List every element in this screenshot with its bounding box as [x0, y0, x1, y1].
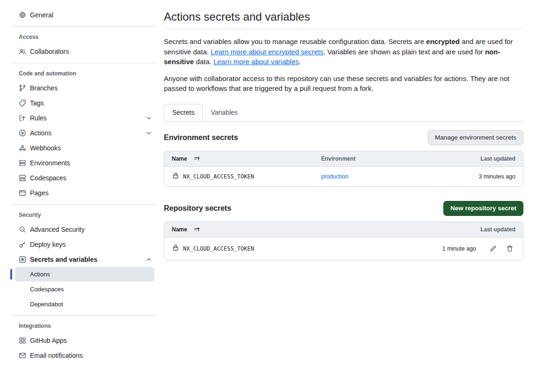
- page-title: Actions secrets and variables: [164, 10, 523, 23]
- chevron-down-icon: [145, 129, 153, 137]
- sidebar-subitem-label: Codespaces: [30, 286, 64, 293]
- sidebar-item-rules[interactable]: Rules: [11, 111, 156, 126]
- repository-secrets-heading: Repository secrets: [164, 204, 231, 213]
- learn-more-variables-link[interactable]: Learn more about variables: [213, 58, 299, 66]
- intro-text: .: [299, 58, 301, 66]
- sidebar-item-label: GitHub Apps: [30, 337, 67, 344]
- sidebar-divider: [11, 26, 156, 27]
- sidebar-item-email-notifications[interactable]: Email notifications: [11, 348, 156, 363]
- sidebar-section-security: Security: [19, 211, 156, 219]
- tab-variables[interactable]: Variables: [203, 104, 245, 121]
- sidebar-section-code-automation: Code and automation: [19, 69, 156, 78]
- sidebar-item-codespaces[interactable]: Codespaces: [11, 170, 156, 185]
- sidebar-item-environments[interactable]: Environments: [11, 155, 156, 170]
- sidebar-item-label: Secrets and variables: [30, 256, 97, 263]
- manage-environment-secrets-button[interactable]: Manage environment secrets: [428, 130, 523, 145]
- chevron-down-icon: [145, 114, 153, 122]
- sidebar-item-general[interactable]: General: [11, 7, 156, 22]
- table-row: NX_CLOUD_ACCESS_TOKEN 1 minute ago: [164, 237, 523, 260]
- secret-name: NX_CLOUD_ACCESS_TOKEN: [183, 245, 254, 252]
- play-icon: [19, 129, 26, 137]
- git-branch-icon: [19, 84, 26, 92]
- sidebar-subitem-label: Dependabot: [30, 301, 63, 308]
- column-header-name[interactable]: Name: [164, 226, 480, 233]
- settings-sidebar: General Access Collaborators Code and au…: [0, 0, 164, 363]
- key-icon: [19, 241, 26, 248]
- sidebar-item-label: Rules: [30, 114, 47, 122]
- environment-secrets-heading: Environment secrets: [164, 133, 238, 142]
- sidebar-item-label: Collaborators: [30, 48, 69, 55]
- sidebar-item-label: Codespaces: [30, 174, 66, 182]
- tab-secrets[interactable]: Secrets: [164, 104, 203, 121]
- environment-secrets-table: Name Environment Last updated: [164, 151, 523, 187]
- grid-icon: [19, 337, 26, 344]
- sidebar-item-label: Branches: [30, 84, 58, 92]
- sidebar-item-advanced-security[interactable]: Advanced Security: [11, 222, 156, 237]
- sidebar-subitem-actions[interactable]: Actions: [15, 267, 154, 281]
- column-header-environment: Environment: [321, 155, 480, 162]
- sidebar-subitem-label: Actions: [30, 271, 50, 278]
- browser-icon: [19, 189, 26, 197]
- intro-paragraph-2: Anyone with collaborator access to this …: [164, 74, 523, 94]
- table-row: NX_CLOUD_ACCESS_TOKEN production 3 minut…: [164, 167, 523, 186]
- sidebar-item-label: Email notifications: [30, 352, 83, 359]
- sidebar-item-webhooks[interactable]: Webhooks: [11, 141, 156, 155]
- sidebar-item-actions[interactable]: Actions: [11, 126, 156, 141]
- sidebar-item-collaborators[interactable]: Collaborators: [11, 44, 156, 59]
- new-repository-secret-button[interactable]: New repository secret: [443, 201, 523, 216]
- last-updated: 3 minutes ago: [478, 173, 523, 180]
- lock-icon: [172, 244, 179, 253]
- sidebar-item-label: Environments: [30, 159, 70, 167]
- codescan-icon: [19, 226, 26, 233]
- intro-text: data.: [194, 58, 213, 66]
- sidebar-item-deploy-keys[interactable]: Deploy keys: [11, 237, 156, 252]
- settings-page: General Access Collaborators Code and au…: [0, 0, 551, 363]
- intro-text: Secrets and variables allow you to manag…: [164, 37, 426, 45]
- sidebar-section-access: Access: [19, 33, 156, 41]
- environment-link[interactable]: production: [321, 173, 348, 180]
- learn-more-encrypted-secrets-link[interactable]: Learn more about encrypted secrets: [211, 48, 323, 56]
- sidebar-item-secrets-and-variables[interactable]: Secrets and variables: [11, 252, 156, 267]
- sidebar-divider: [11, 63, 156, 63]
- environment-secrets-section: Environment secrets Manage environment s…: [164, 130, 523, 187]
- active-indicator: [10, 269, 12, 280]
- repository-secrets-section: Repository secrets New repository secret…: [164, 201, 523, 260]
- delete-secret-button[interactable]: [506, 245, 514, 252]
- column-header-last-updated: Last updated: [480, 155, 523, 162]
- repository-secrets-table: Name Last updated: [164, 222, 523, 260]
- sidebar-item-label: General: [30, 11, 53, 19]
- sidebar-item-label: Pages: [30, 189, 49, 197]
- sidebar-subitem-dependabot[interactable]: Dependabot: [15, 297, 154, 311]
- intro-bold-encrypted: encrypted: [426, 37, 460, 45]
- chevron-up-icon: [145, 256, 153, 263]
- sidebar-subitem-codespaces[interactable]: Codespaces: [15, 282, 154, 296]
- secret-name: NX_CLOUD_ACCESS_TOKEN: [183, 173, 254, 180]
- sidebar-item-label: Actions: [30, 129, 51, 137]
- sidebar-item-github-apps[interactable]: GitHub Apps: [11, 333, 156, 348]
- main-content: Actions secrets and variables Secrets an…: [164, 0, 523, 363]
- lock-icon: [172, 172, 179, 181]
- column-header-last-updated: Last updated: [480, 226, 523, 233]
- title-divider: [164, 29, 523, 29]
- sidebar-item-branches[interactable]: Branches: [11, 81, 156, 96]
- sidebar-item-pages[interactable]: Pages: [11, 185, 156, 200]
- gear-icon: [19, 11, 26, 19]
- asterisk-box-icon: [19, 256, 26, 263]
- sort-ascending-icon: [194, 155, 200, 162]
- sidebar-item-label: Advanced Security: [30, 226, 85, 233]
- server-icon: [19, 159, 26, 167]
- sidebar-item-label: Webhooks: [30, 144, 61, 152]
- row-actions: [489, 245, 523, 252]
- tag-icon: [19, 99, 26, 107]
- secrets-variables-tabs: Secrets Variables: [164, 104, 523, 122]
- table-header-row: Name Environment Last updated: [164, 151, 523, 167]
- sidebar-divider: [11, 204, 156, 205]
- sort-ascending-icon: [194, 226, 200, 233]
- intro-text: . Variables are shown as plain text and …: [323, 48, 485, 56]
- column-header-name[interactable]: Name: [164, 155, 321, 162]
- sidebar-section-integrations: Integrations: [19, 322, 156, 330]
- sidebar-item-label: Deploy keys: [30, 241, 66, 248]
- sidebar-item-tags[interactable]: Tags: [11, 96, 156, 111]
- codespaces-icon: [19, 174, 26, 182]
- edit-secret-button[interactable]: [489, 245, 497, 252]
